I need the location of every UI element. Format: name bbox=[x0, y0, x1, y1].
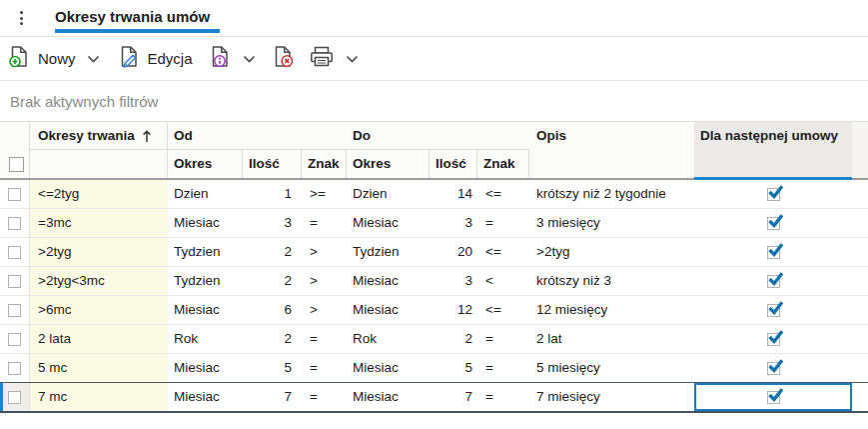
cell-opis[interactable]: 12 miesięcy bbox=[529, 296, 694, 324]
row-select-cell[interactable] bbox=[0, 267, 30, 295]
dla-checkbox[interactable] bbox=[767, 246, 780, 259]
column-header-dla-nastepnej-umowy[interactable]: Dla następnej umowy bbox=[694, 122, 852, 180]
column-header-okresy-trwania[interactable]: Okresy trwania bbox=[30, 122, 168, 180]
cell-do-ilosc[interactable]: 3 bbox=[430, 267, 477, 295]
chevron-down-icon[interactable] bbox=[346, 55, 359, 63]
cell-okresy-trwania[interactable]: >6mc bbox=[30, 296, 168, 324]
cell-opis[interactable]: krótszy niż 2 tygodnie bbox=[529, 180, 694, 208]
cell-od-znak[interactable]: > bbox=[302, 238, 347, 266]
cell-okresy-trwania[interactable]: >2tyg<3mc bbox=[30, 267, 168, 295]
cell-okresy-trwania[interactable]: 7 mc bbox=[30, 383, 168, 411]
select-all-checkbox[interactable] bbox=[9, 157, 24, 172]
cell-okresy-trwania[interactable]: =3mc bbox=[30, 209, 168, 237]
cell-opis[interactable]: 2 lat bbox=[529, 325, 694, 353]
cell-do-okres[interactable]: Miesiac bbox=[347, 383, 430, 411]
cell-do-ilosc[interactable]: 7 bbox=[430, 383, 477, 411]
row-select-cell[interactable] bbox=[0, 383, 30, 411]
cell-do-znak[interactable]: < bbox=[477, 267, 529, 295]
chevron-down-icon[interactable] bbox=[243, 55, 256, 63]
cell-do-ilosc[interactable]: 14 bbox=[430, 180, 477, 208]
cell-od-znak[interactable]: = bbox=[302, 209, 347, 237]
cell-okresy-trwania[interactable]: 2 lata bbox=[30, 325, 168, 353]
cell-do-ilosc[interactable]: 12 bbox=[430, 296, 477, 324]
dla-checkbox[interactable] bbox=[767, 362, 780, 375]
column-header-od[interactable]: Od bbox=[168, 122, 347, 150]
dla-checkbox[interactable] bbox=[767, 217, 780, 230]
cell-okresy-trwania[interactable]: >2tyg bbox=[30, 238, 168, 266]
cell-do-znak[interactable]: <= bbox=[477, 180, 529, 208]
filter-bar[interactable]: Brak aktywnych filtrów bbox=[0, 81, 868, 122]
cell-od-znak[interactable]: = bbox=[302, 325, 347, 353]
cell-do-okres[interactable]: Miesiac bbox=[347, 296, 430, 324]
cell-od-ilosc[interactable]: 3 bbox=[243, 209, 302, 237]
cell-dla-nastepnej-umowy[interactable] bbox=[694, 296, 852, 324]
cell-od-ilosc[interactable]: 2 bbox=[243, 267, 302, 295]
row-select-cell[interactable] bbox=[0, 180, 30, 208]
cell-od-okres[interactable]: Miesiac bbox=[168, 383, 243, 411]
column-header-do-okres[interactable]: Okres bbox=[347, 150, 430, 180]
cell-od-okres[interactable]: Miesiac bbox=[168, 209, 243, 237]
cell-do-znak[interactable]: <= bbox=[477, 238, 529, 266]
cell-do-okres[interactable]: Miesiac bbox=[347, 354, 430, 382]
table-row[interactable]: <=2tyg Dzien 1 >= Dzien 14 <= krótszy ni… bbox=[0, 180, 868, 209]
cell-do-ilosc[interactable]: 20 bbox=[430, 238, 477, 266]
row-select-checkbox[interactable] bbox=[8, 304, 21, 317]
table-row[interactable]: >2tyg Tydzien 2 > Tydzien 20 <= >2tyg bbox=[0, 238, 868, 267]
cell-dla-nastepnej-umowy[interactable] bbox=[694, 209, 852, 237]
row-select-checkbox[interactable] bbox=[8, 246, 21, 259]
cell-od-znak[interactable]: = bbox=[302, 354, 347, 382]
column-header-od-ilosc[interactable]: Ilość bbox=[243, 150, 302, 180]
cell-od-znak[interactable]: >= bbox=[302, 180, 347, 208]
row-select-checkbox[interactable] bbox=[8, 217, 21, 230]
cell-do-okres[interactable]: Dzien bbox=[347, 180, 430, 208]
table-row[interactable]: 7 mc Miesiac 7 = Miesiac 7 = 7 miesięcy bbox=[0, 382, 868, 413]
dla-checkbox[interactable] bbox=[767, 275, 780, 288]
delete-button[interactable] bbox=[272, 45, 295, 72]
table-row[interactable]: 5 mc Miesiac 5 = Miesiac 5 = 5 miesięcy bbox=[0, 354, 868, 383]
cell-od-ilosc[interactable]: 2 bbox=[243, 238, 302, 266]
column-header-od-okres[interactable]: Okres bbox=[168, 150, 243, 180]
cell-do-znak[interactable]: = bbox=[477, 325, 529, 353]
cell-opis[interactable]: krótszy niż 3 bbox=[529, 267, 694, 295]
cell-do-okres[interactable]: Miesiac bbox=[347, 267, 430, 295]
cell-do-ilosc[interactable]: 2 bbox=[430, 325, 477, 353]
cell-do-okres[interactable]: Rok bbox=[347, 325, 430, 353]
cell-dla-nastepnej-umowy[interactable] bbox=[694, 354, 852, 382]
cell-od-okres[interactable]: Tydzien bbox=[168, 267, 243, 295]
cell-do-okres[interactable]: Miesiac bbox=[347, 209, 430, 237]
row-select-checkbox[interactable] bbox=[8, 188, 21, 201]
cell-od-znak[interactable]: > bbox=[302, 296, 347, 324]
chevron-down-icon[interactable] bbox=[87, 55, 100, 63]
table-row[interactable]: >2tyg<3mc Tydzien 2 > Miesiac 3 < krótsz… bbox=[0, 267, 868, 296]
cell-opis[interactable]: 3 miesięcy bbox=[529, 209, 694, 237]
table-row[interactable]: >6mc Miesiac 6 > Miesiac 12 <= 12 miesię… bbox=[0, 296, 868, 325]
cell-do-znak[interactable]: = bbox=[477, 383, 529, 411]
row-select-cell[interactable] bbox=[0, 325, 30, 353]
new-button[interactable]: Nowy bbox=[8, 45, 100, 72]
column-header-do[interactable]: Do bbox=[347, 122, 529, 150]
info-button[interactable] bbox=[209, 45, 256, 72]
tab-okresy-trwania-umow[interactable]: Okresy trwania umów bbox=[55, 0, 220, 36]
kebab-menu-icon[interactable] bbox=[15, 11, 27, 25]
row-select-checkbox[interactable] bbox=[8, 333, 21, 346]
cell-od-okres[interactable]: Rok bbox=[168, 325, 243, 353]
cell-dla-nastepnej-umowy[interactable] bbox=[694, 383, 852, 411]
cell-od-okres[interactable]: Tydzien bbox=[168, 238, 243, 266]
cell-do-znak[interactable]: <= bbox=[477, 296, 529, 324]
cell-od-ilosc[interactable]: 6 bbox=[243, 296, 302, 324]
cell-do-okres[interactable]: Tydzien bbox=[347, 238, 430, 266]
cell-do-ilosc[interactable]: 5 bbox=[430, 354, 477, 382]
cell-od-znak[interactable]: > bbox=[302, 267, 347, 295]
table-row[interactable]: =3mc Miesiac 3 = Miesiac 3 = 3 miesięcy bbox=[0, 209, 868, 238]
cell-dla-nastepnej-umowy[interactable] bbox=[694, 325, 852, 353]
print-button[interactable] bbox=[309, 45, 359, 72]
cell-od-ilosc[interactable]: 1 bbox=[243, 180, 302, 208]
select-all-cell[interactable] bbox=[0, 122, 30, 180]
cell-od-ilosc[interactable]: 2 bbox=[243, 325, 302, 353]
column-header-opis[interactable]: Opis bbox=[529, 122, 694, 180]
edit-button[interactable]: Edycja bbox=[118, 45, 193, 72]
row-select-checkbox[interactable] bbox=[8, 391, 21, 404]
column-header-do-ilosc[interactable]: Ilość bbox=[430, 150, 477, 180]
cell-opis[interactable]: 5 miesięcy bbox=[529, 354, 694, 382]
row-select-cell[interactable] bbox=[0, 238, 30, 266]
